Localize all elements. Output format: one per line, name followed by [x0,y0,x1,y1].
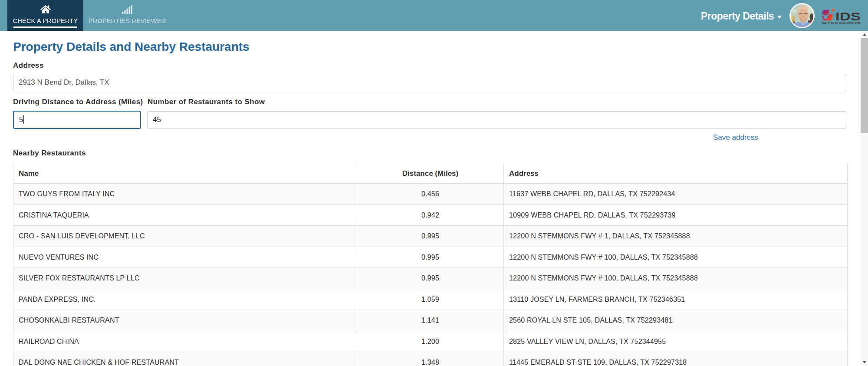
svg-text:IDS: IDS [835,10,861,23]
svg-text:INTELLIGENT DATA SOLUTIONS: INTELLIGENT DATA SOLUTIONS [822,21,861,25]
